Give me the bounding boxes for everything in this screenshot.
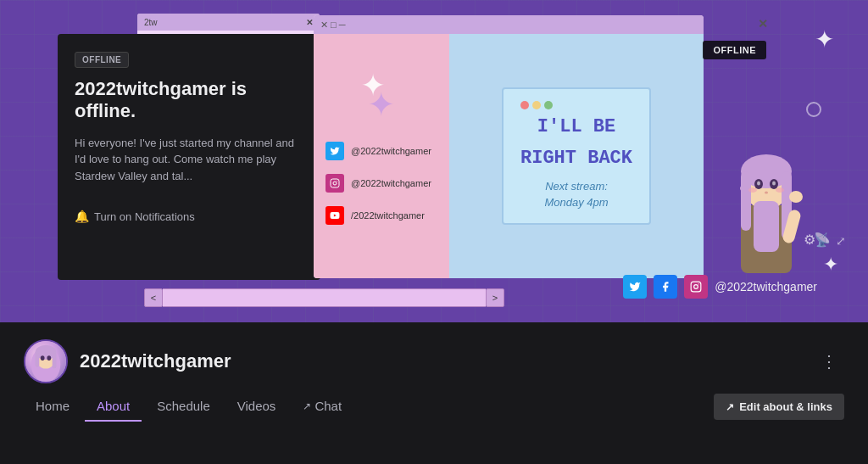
banner-username: @2022twitchgamer	[715, 280, 817, 293]
avatar-image	[25, 341, 66, 382]
main-window-titlebar: ✕ □ ─	[314, 15, 704, 34]
svg-rect-9	[754, 201, 779, 252]
profile-top: 2022twitchgamer ⋮	[0, 322, 868, 392]
sparkle-small-bottom: ✦	[823, 254, 838, 276]
twitter-icon	[326, 142, 344, 160]
tab-about[interactable]: About	[85, 392, 142, 422]
banner-twitter-icon[interactable]	[623, 275, 647, 299]
edit-about-links-button[interactable]: ↗ Edit about & links	[714, 394, 844, 420]
youtube-handle: /2022twitchgamer	[351, 210, 425, 221]
rightback-line1: I'LL BE	[520, 116, 632, 138]
max-dot	[544, 101, 553, 109]
bell-icon: 🔔	[75, 210, 89, 223]
min-dot	[532, 101, 541, 109]
svg-point-22	[694, 285, 698, 289]
external-link-icon: ↗	[303, 400, 311, 412]
sparkle-decoration: ✦	[326, 87, 437, 121]
svg-point-12	[757, 182, 760, 186]
svg-point-18	[789, 191, 803, 203]
tab-home[interactable]: Home	[24, 392, 81, 422]
tab-chat[interactable]: ↗ Chat	[291, 392, 353, 422]
banner-social-bar: @2022twitchgamer	[623, 275, 817, 299]
banner-facebook-icon[interactable]	[654, 275, 677, 299]
edit-button-label: Edit about & links	[739, 400, 832, 413]
rightback-titlebar	[520, 101, 632, 109]
banner-scrollbar: < >	[144, 288, 504, 307]
rightback-line2: RIGHT BACK	[520, 148, 632, 170]
banner-close-icon[interactable]: ✕	[758, 17, 768, 31]
more-icon: ⋮	[821, 352, 837, 371]
social-panel: ✦ @2022twitchgamer @2022twitchgamer	[314, 34, 449, 278]
top-window-label: 2tw	[144, 18, 158, 27]
scroll-right-button[interactable]: >	[486, 288, 504, 307]
character-figure	[711, 129, 821, 299]
scroll-track[interactable]	[163, 288, 486, 307]
svg-point-16	[765, 192, 768, 194]
svg-point-29	[41, 355, 45, 361]
svg-rect-7	[741, 171, 751, 231]
offline-badge: OFFLINE	[75, 52, 129, 68]
avatar	[24, 339, 68, 383]
svg-point-2	[337, 181, 337, 182]
sparkle-small-top: ✦	[815, 25, 834, 53]
expand-icon: ⤢	[836, 234, 846, 248]
svg-rect-28	[53, 352, 57, 368]
svg-point-13	[772, 182, 776, 186]
social-item-instagram: @2022twitchgamer	[326, 174, 437, 193]
character-body	[711, 129, 821, 299]
banner-offline-badge: OFFLINE	[703, 41, 766, 59]
offline-description: Hi everyone! I've just started my channe…	[75, 135, 303, 185]
nav-tabs: Home About Schedule Videos ↗ Chat ↗ Edit…	[0, 392, 868, 422]
rightback-box: I'LL BE RIGHT BACK Next stream: Monday 4…	[502, 87, 651, 225]
offline-panel: OFFLINE 2022twitchgamer is offline. Hi e…	[58, 34, 320, 280]
svg-point-23	[698, 283, 699, 284]
close-dot	[520, 101, 529, 109]
tab-schedule[interactable]: Schedule	[145, 392, 222, 422]
scroll-left-button[interactable]: <	[144, 288, 163, 307]
social-item-youtube: /2022twitchgamer	[326, 206, 437, 225]
more-options-button[interactable]: ⋮	[814, 348, 844, 375]
rightback-panel: I'LL BE RIGHT BACK Next stream: Monday 4…	[449, 34, 704, 278]
svg-point-1	[333, 182, 337, 185]
profile-bar: 2022twitchgamer ⋮ Home About Schedule Vi…	[0, 322, 868, 464]
close-icon: ✕	[306, 18, 313, 27]
character-svg	[711, 129, 821, 299]
notif-button-label: Turn on Notifications	[94, 210, 195, 223]
svg-point-15	[776, 187, 784, 193]
avatar-svg	[25, 341, 66, 382]
svg-point-19	[740, 186, 745, 191]
svg-rect-20	[742, 191, 743, 198]
profile-username: 2022twitchgamer	[80, 350, 231, 372]
main-window: ✕ □ ─ ✦ @2022twitchgamer @2022twitchgame…	[314, 15, 704, 278]
cast-icon: 📡	[814, 232, 831, 248]
svg-rect-27	[36, 352, 40, 366]
svg-point-30	[47, 355, 51, 361]
circle-decoration	[806, 102, 821, 117]
banner-instagram-icon[interactable]	[684, 275, 708, 299]
instagram-handle: @2022twitchgamer	[351, 178, 431, 188]
svg-rect-0	[331, 179, 339, 187]
instagram-icon	[326, 174, 344, 193]
twitter-handle: @2022twitchgamer	[351, 146, 431, 156]
offline-title: 2022twitchgamer is offline.	[75, 78, 303, 123]
social-item-twitter: @2022twitchgamer	[326, 142, 437, 160]
svg-rect-21	[691, 282, 701, 292]
top-window-titlebar: 2tw ✕	[137, 14, 320, 31]
svg-point-14	[748, 187, 757, 193]
next-stream-label: Next stream: Monday 4pm	[520, 178, 632, 211]
tab-videos[interactable]: Videos	[225, 392, 288, 422]
main-window-body: ✦ @2022twitchgamer @2022twitchgamer	[314, 34, 704, 278]
turn-on-notifications-button[interactable]: 🔔 Turn on Notifications	[75, 210, 195, 223]
profile-left: 2022twitchgamer	[24, 339, 231, 383]
banner: 2tw ✕ ✕ OFFLINE 2022twitchgamer is offli…	[0, 0, 868, 322]
youtube-icon	[326, 206, 344, 225]
edit-icon: ↗	[726, 401, 734, 413]
